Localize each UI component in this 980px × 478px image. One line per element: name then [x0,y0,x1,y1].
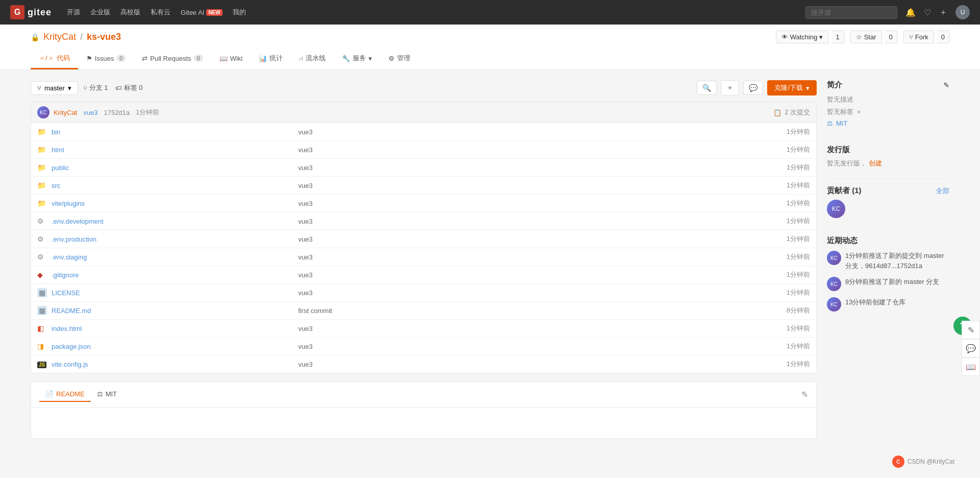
file-type-icon: 📁 [37,146,47,154]
file-commit-message: first commit [293,307,787,315]
create-release-link[interactable]: 创建 [869,159,882,167]
contributors-all-link[interactable]: 全部 [936,186,949,196]
file-commit-message: vue3 [293,235,787,243]
float-book-icon[interactable]: 📖 [962,357,980,376]
table-row: 📁 vite/plugins vue3 1分钟前 [31,195,816,212]
branch-bar: ⑂ master ▾ ⑂ 分支 1 🏷 标签 0 🔍 ＋ [31,80,817,95]
pr-count: 0 [194,55,203,62]
file-name[interactable]: .env.staging [52,253,293,261]
tab-pull-requests[interactable]: ⇄ Pull Requests 0 [134,49,211,69]
file-commit-message: vue3 [293,361,787,368]
nav-enterprise[interactable]: 企业版 [90,8,110,17]
file-name[interactable]: index.html [52,325,293,332]
release-section: 发行版 暂无发行版， 创建 [827,145,949,168]
watch-button[interactable]: 👁 Watching ▾ [776,31,829,43]
repo-owner[interactable]: KrityCat [43,32,76,42]
file-type-icon: ▦ [37,306,47,315]
repo-title: 🔒 KrityCat / ks-vue3 [31,32,121,42]
commit-message[interactable]: vue3 [83,109,97,116]
file-name[interactable]: package.json [52,343,293,350]
branch-icon: ⑂ [37,84,41,92]
license-line[interactable]: ⚖ MIT [827,119,949,127]
file-name[interactable]: .env.development [52,218,293,225]
file-name[interactable]: LICENSE [52,289,293,297]
repo-separator: / [80,32,83,42]
file-name[interactable]: .env.production [52,235,293,243]
activity-item: KC 1分钟前推送了新的提交到 master 分支，9614d87...1752… [827,251,949,271]
logo[interactable]: G gitee [10,5,52,19]
tab-stats[interactable]: 📊 统计 [251,49,291,69]
readme-tab-mit[interactable]: ⚖ MIT [91,387,123,402]
readme-tabs: 📄 README ⚖ MIT [39,387,123,402]
float-chat-icon[interactable]: 💬 [962,339,980,357]
float-edit-icon[interactable]: ✎ [962,321,980,339]
file-time: 1分钟前 [787,270,810,279]
search-input[interactable] [805,6,897,19]
table-row: ⚙ .env.production vue3 1分钟前 [31,230,816,248]
file-type-icon: 📁 [37,199,47,207]
branch-selector[interactable]: ⑂ master ▾ [31,81,78,95]
fork-button[interactable]: ⑂ Fork [903,31,934,43]
table-row: 📁 public vue3 1分钟前 [31,159,816,177]
repo-name[interactable]: ks-vue3 [87,32,121,42]
nav-private-cloud[interactable]: 私有云 [151,8,170,17]
file-name[interactable]: README.md [52,307,293,315]
service-icon: 🔧 [342,55,350,62]
user-avatar[interactable]: U [955,5,970,19]
file-commit-message: vue3 [293,343,787,350]
nav-university[interactable]: 高校版 [120,8,140,17]
add-file-button[interactable]: ＋ [721,80,739,95]
readme-section: 📄 README ⚖ MIT ✎ [31,381,817,439]
file-time: 1分钟前 [787,324,810,333]
heart-icon[interactable]: ♡ [924,8,931,17]
nav-gitee-ai[interactable]: Gitee AI NEW [181,9,223,16]
tag-count[interactable]: 🏷 标签 0 [115,83,143,92]
logo-g-icon: G [10,5,24,19]
plus-icon[interactable]: ＋ [939,7,947,18]
file-type-icon: ⚙ [37,235,47,243]
tag-icon: 🏷 [115,84,122,92]
divider-2 [827,178,949,179]
commit-hash[interactable]: 1752d1a [104,109,130,116]
file-name[interactable]: vite/plugins [52,200,293,207]
branch-name: master [44,84,65,92]
nav-my[interactable]: 我的 [233,8,246,17]
file-time: 1分钟前 [787,181,810,190]
notification-icon[interactable]: 🔔 [905,8,916,17]
release-title: 发行版 [827,145,949,155]
file-name[interactable]: bin [52,128,293,136]
nav-right: 🔔 ♡ ＋ U [805,5,970,19]
file-name[interactable]: html [52,146,293,154]
tab-service[interactable]: 🔧 服务 ▾ [334,49,380,69]
tab-issues[interactable]: ⚑ Issues 0 [78,49,134,69]
tab-manage[interactable]: ⚙ 管理 [380,49,419,69]
contributors-section: 贡献者 (1) 全部 KC [827,186,949,218]
tab-pipeline[interactable]: ⑁ 流水线 [291,49,334,69]
star-button[interactable]: ☆ Star [850,31,882,43]
file-name[interactable]: src [52,182,293,189]
table-row: ◧ index.html vue3 1分钟前 [31,320,816,338]
commit-total[interactable]: 2 次提交 [785,108,810,117]
tab-wiki[interactable]: 📖 Wiki [211,49,251,69]
branch-count[interactable]: ⑂ 分支 1 [83,83,108,92]
nav-open-source[interactable]: 开源 [67,8,80,17]
readme-tab-readme[interactable]: 📄 README [39,387,91,402]
file-time: 1分钟前 [787,288,810,297]
add-tag-icon[interactable]: ＋ [855,107,862,116]
no-release: 暂无发行版， 创建 [827,159,949,168]
intro-edit-icon[interactable]: ✎ [943,81,949,89]
commit-author[interactable]: KrityCat [54,109,77,116]
file-name[interactable]: .gitignore [52,271,293,279]
file-name[interactable]: vite.config.js [52,361,293,368]
file-name[interactable]: public [52,164,293,172]
file-type-icon: ◆ [37,271,47,279]
comment-button[interactable]: 💬 [743,81,763,95]
file-table: 📁 bin vue3 1分钟前 📁 html vue3 1分钟前 📁 publi… [31,123,817,373]
clone-download-button[interactable]: 克隆/下载 ▾ [767,80,817,95]
tab-code[interactable]: ＜/＞ 代码 [31,49,78,69]
readme-edit-icon[interactable]: ✎ [801,390,808,399]
contributor-avatar-1[interactable]: KC [827,200,845,218]
commit-time: 1分钟前 [136,108,159,117]
search-files-button[interactable]: 🔍 [697,81,717,95]
file-commit-message: vue3 [293,271,787,279]
